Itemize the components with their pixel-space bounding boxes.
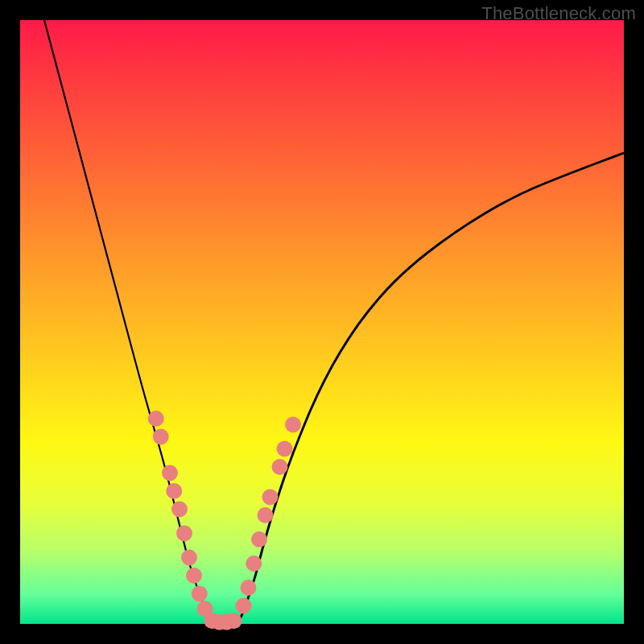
dot-left — [171, 502, 188, 518]
dots-group — [148, 411, 301, 630]
dot-right — [285, 417, 301, 433]
curves-group — [44, 20, 624, 624]
dot-left — [166, 483, 182, 499]
dot-left — [181, 550, 197, 566]
curve-layer — [20, 20, 624, 624]
dot-left — [176, 526, 192, 542]
watermark-text: TheBottleneck.com — [481, 3, 636, 24]
dot-left — [153, 429, 169, 445]
dot-right — [246, 555, 262, 572]
right-branch-curve — [237, 153, 624, 624]
dot-left — [162, 465, 178, 481]
dot-right — [277, 441, 293, 457]
dot-right — [251, 531, 267, 547]
dot-right — [241, 580, 257, 596]
chart-frame: TheBottleneck.com — [0, 0, 644, 644]
dot-right — [258, 507, 274, 523]
dot-right — [236, 598, 252, 614]
plot-area — [20, 20, 624, 624]
dot-left — [148, 411, 164, 427]
dot-bottom — [226, 613, 242, 629]
dot-right — [262, 489, 279, 506]
dot-left — [186, 568, 202, 584]
dot-left — [192, 586, 208, 602]
dot-right — [272, 459, 288, 475]
